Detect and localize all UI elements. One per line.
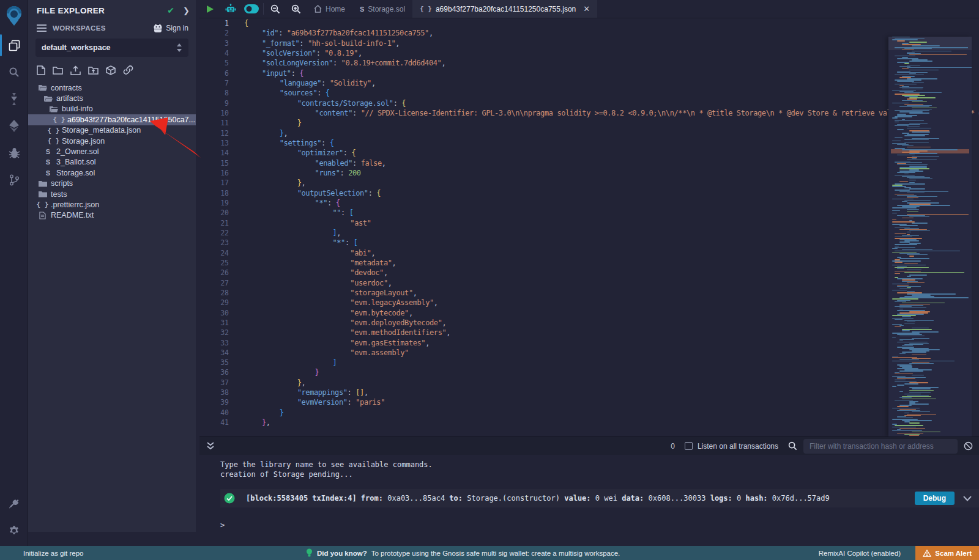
debug-button[interactable]: Debug [915, 492, 955, 505]
code-line: "runs": 200 [244, 168, 979, 178]
scam-alert-label: Scam Alert [935, 550, 972, 557]
upload-folder-icon[interactable] [88, 65, 99, 75]
code-line: "outputSelection": { [244, 188, 979, 198]
code-line: } [244, 408, 979, 418]
code-line: "userdoc", [244, 278, 979, 288]
code-line: "content": "// SPDX-License-Identifier: … [244, 108, 979, 118]
link-icon[interactable] [123, 65, 133, 75]
tree-item-label: tests [51, 190, 67, 199]
tree-item--prettierrc-json[interactable]: { }.prettierrc.json [28, 199, 196, 210]
tab-storage-sol[interactable]: S Storage.sol [352, 0, 412, 18]
code-line: "": [ [244, 208, 979, 218]
tree-item-storage-json[interactable]: { }Storage.json [28, 136, 196, 146]
sidebar-item-debugger[interactable] [0, 139, 28, 166]
hamburger-menu-icon[interactable] [37, 24, 47, 32]
code-line: "contracts/Storage.sol": { [244, 98, 979, 108]
tree-item-label: build-info [62, 105, 93, 113]
init-git-repo-button[interactable]: Initialize as git repo [23, 550, 83, 557]
panel-title: FILE EXPLORER [37, 6, 167, 15]
git-branch-icon [9, 174, 20, 186]
json-file-icon: { } [420, 5, 432, 13]
zoom-in-button[interactable] [286, 0, 307, 18]
transaction-filter-input[interactable] [803, 439, 958, 454]
tree-item-storage-sol[interactable]: SStorage.sol [28, 168, 196, 178]
workspace-name: default_workspace [42, 43, 176, 52]
code-content: {"id": "a69b43f277ba20fcac141151250ca755… [244, 18, 979, 427]
line-numbers: 1234567891011121314151617181920212223242… [199, 18, 237, 427]
sidebar-item-solidity-compiler[interactable] [0, 86, 28, 112]
code-line: }, [244, 178, 979, 188]
code-line: }, [244, 128, 979, 138]
code-line: "solcVersion": "0.8.19", [244, 48, 979, 58]
tab-home[interactable]: Home [307, 0, 352, 18]
sidebar-item-deploy-run[interactable] [0, 112, 28, 139]
code-line: "evm.legacyAssembly", [244, 298, 979, 308]
bug-icon [9, 147, 20, 159]
code-line: "evm.bytecode", [244, 308, 979, 318]
json-icon: { } [49, 137, 58, 145]
clear-console-icon[interactable] [964, 441, 973, 451]
tree-item-a69b43f277ba20fcac141151250ca7-[interactable]: { }a69b43f277ba20fcac141151250ca7... [28, 114, 196, 125]
check-icon: ✔ [167, 6, 174, 15]
transaction-row[interactable]: [block:5583405 txIndex:4] from: 0xa03...… [220, 489, 979, 507]
json-icon: { } [54, 116, 64, 123]
new-folder-icon[interactable] [53, 65, 63, 75]
sol-icon: S [43, 148, 53, 155]
tree-item-2-owner-sol[interactable]: S2_Owner.sol [28, 146, 196, 157]
tree-item-readme-txt[interactable]: README.txt [28, 210, 196, 221]
lightbulb-icon [306, 548, 313, 558]
close-tab-icon[interactable]: ✕ [583, 4, 590, 13]
tree-item-build-info[interactable]: build-info [28, 104, 196, 114]
zoom-out-button[interactable] [265, 0, 286, 18]
zoom-in-icon [291, 4, 301, 14]
expand-transaction-icon[interactable] [963, 496, 972, 501]
upload-file-icon[interactable] [70, 65, 81, 75]
code-line: ], [244, 228, 979, 238]
tree-item-3-ballot-sol[interactable]: S3_Ballot.sol [28, 157, 196, 168]
copilot-status[interactable]: RemixAI Copilot (enabled) [819, 550, 901, 557]
remix-logo-icon[interactable] [0, 0, 28, 32]
tree-item-label: Storage.sol [56, 169, 95, 177]
scam-alert-button[interactable]: Scam Alert [915, 546, 979, 560]
code-editor[interactable]: 1234567891011121314151617181920212223242… [199, 18, 979, 437]
github-icon [153, 24, 163, 32]
new-file-icon[interactable] [37, 65, 45, 75]
zoom-out-icon [270, 4, 280, 14]
tab-label: a69b43f277ba20fcac141151250ca755.json [436, 5, 576, 13]
sidebar-item-git[interactable] [0, 166, 28, 193]
sidebar-item-plugin-manager[interactable] [0, 490, 28, 517]
tree-item-contracts[interactable]: contracts [28, 83, 196, 93]
collapse-panel-icon[interactable]: ❯ [183, 6, 190, 15]
run-script-button[interactable] [199, 0, 220, 18]
tree-item-artifacts[interactable]: artifacts [28, 93, 196, 103]
code-line: "evm.methodIdentifiers", [244, 328, 979, 337]
sign-in-label: Sign in [166, 24, 188, 32]
tree-item-scripts[interactable]: scripts [28, 179, 196, 189]
listen-all-transactions-checkbox[interactable] [685, 442, 693, 450]
code-line: } [244, 367, 979, 377]
terminal-output[interactable]: Type the library name to see available c… [199, 455, 979, 529]
workspace-select[interactable]: default_workspace [35, 39, 188, 57]
listen-all-transactions-label[interactable]: Listen on all transactions [698, 442, 778, 451]
code-line: "settings": { [244, 138, 979, 148]
collapse-terminal-icon[interactable] [207, 442, 214, 450]
github-sign-in[interactable]: Sign in [153, 24, 188, 32]
success-check-icon [224, 493, 235, 504]
code-line: "abi", [244, 248, 979, 258]
code-line: "id": "a69b43f277ba20fcac141151250ca755"… [244, 28, 979, 38]
tree-item-storage-metadata-json[interactable]: { }Storage_metadata.json [28, 125, 196, 136]
publish-ipfs-icon[interactable] [106, 65, 116, 75]
remixai-copilot-button[interactable] [220, 0, 241, 18]
minimap[interactable] [888, 37, 972, 437]
sidebar-item-file-explorer[interactable] [0, 32, 28, 59]
tab-build-info-json[interactable]: { } a69b43f277ba20fcac141151250ca755.jso… [412, 0, 597, 18]
tree-item-tests[interactable]: tests [28, 189, 196, 199]
terminal-prompt[interactable]: > [220, 521, 979, 529]
code-line: "_format": "hh-sol-build-info-1", [244, 39, 979, 48]
code-line: "*": [ [244, 238, 979, 248]
copilot-toggle[interactable] [241, 0, 262, 18]
sidebar-item-search[interactable] [0, 59, 28, 86]
sidebar-item-settings[interactable] [0, 517, 28, 544]
editor-toolbar-and-tabs: Home S Storage.sol { } a69b43f277ba20fca… [199, 0, 979, 18]
terminal-search-icon[interactable] [788, 441, 797, 451]
